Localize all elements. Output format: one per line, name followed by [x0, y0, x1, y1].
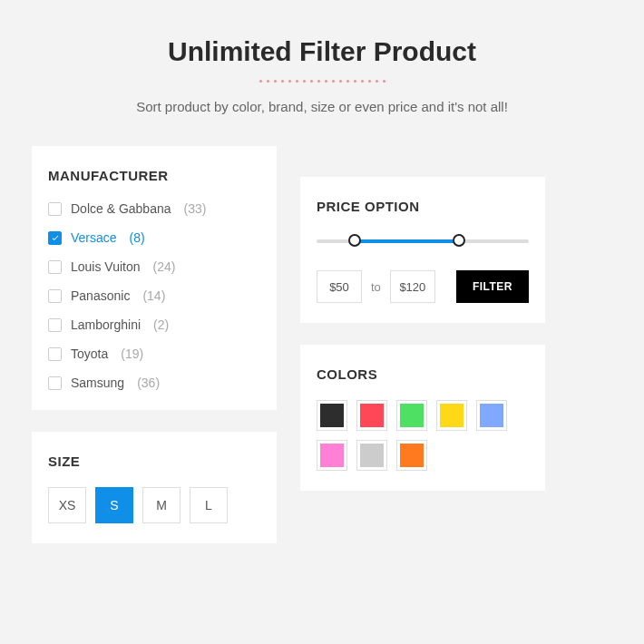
- page-subtitle: Sort product by color, brand, size or ev…: [32, 99, 612, 114]
- manufacturer-item[interactable]: Toyota(19): [48, 346, 260, 361]
- price-to-label: to: [371, 280, 381, 294]
- checkbox-icon: [48, 289, 62, 303]
- checkbox-icon: [48, 318, 62, 332]
- color-swatch-grey[interactable]: [356, 440, 387, 471]
- size-option[interactable]: XS: [48, 487, 86, 523]
- price-inputs-row: to FILTER: [317, 270, 529, 303]
- price-slider[interactable]: [317, 232, 529, 249]
- manufacturer-label: Versace: [71, 230, 117, 245]
- manufacturer-card: MANUFACTURER Dolce & Gabbana(33)Versace(…: [32, 146, 277, 410]
- color-swatch-black[interactable]: [317, 400, 347, 431]
- manufacturer-item[interactable]: Dolce & Gabbana(33): [48, 201, 260, 216]
- header: Unlimited Filter Product Sort product by…: [32, 36, 612, 114]
- price-title: PRICE OPTION: [317, 199, 529, 214]
- size-option[interactable]: S: [95, 487, 133, 523]
- color-swatch-red[interactable]: [356, 400, 387, 431]
- divider-dots: [32, 80, 612, 83]
- manufacturer-item[interactable]: Lamborghini(2): [48, 317, 260, 332]
- manufacturer-item[interactable]: Louis Vuiton(24): [48, 259, 260, 274]
- color-swatch-yellow[interactable]: [436, 400, 467, 431]
- checkbox-icon: [48, 260, 62, 274]
- size-options: XSSML: [48, 487, 260, 523]
- manufacturer-count: (2): [153, 317, 169, 332]
- swatch-fill: [320, 404, 344, 427]
- manufacturer-count: (14): [142, 288, 165, 303]
- swatch-fill: [320, 444, 344, 467]
- manufacturer-item[interactable]: Panasonic(14): [48, 288, 260, 303]
- manufacturer-title: MANUFACTURER: [48, 168, 260, 183]
- price-min-input[interactable]: [317, 270, 362, 303]
- page-title: Unlimited Filter Product: [32, 36, 612, 67]
- manufacturer-count: (24): [153, 259, 176, 274]
- swatch-fill: [480, 404, 503, 427]
- swatch-fill: [440, 404, 463, 427]
- manufacturer-label: Lamborghini: [71, 317, 141, 332]
- color-swatch-green[interactable]: [396, 400, 427, 431]
- swatch-fill: [360, 404, 384, 427]
- manufacturer-count: (8): [130, 230, 145, 245]
- size-title: SIZE: [48, 454, 260, 469]
- manufacturer-count: (36): [137, 376, 160, 390]
- color-swatch-orange[interactable]: [396, 440, 427, 471]
- checkbox-icon: [48, 347, 62, 361]
- colors-title: COLORS: [317, 366, 529, 382]
- size-option[interactable]: M: [142, 487, 181, 523]
- checkbox-icon: [48, 376, 62, 390]
- manufacturer-count: (19): [121, 346, 143, 361]
- manufacturer-item[interactable]: Versace(8): [48, 230, 260, 245]
- colors-card: COLORS: [300, 345, 545, 491]
- manufacturer-label: Louis Vuiton: [71, 259, 141, 274]
- slider-thumb-max[interactable]: [453, 234, 465, 247]
- swatch-fill: [400, 444, 424, 467]
- color-swatches: [317, 400, 507, 471]
- manufacturer-label: Samsung: [71, 376, 124, 390]
- manufacturer-count: (33): [184, 201, 207, 216]
- manufacturer-list: Dolce & Gabbana(33)Versace(8)Louis Vuito…: [48, 201, 260, 390]
- filter-button[interactable]: FILTER: [456, 270, 529, 303]
- slider-thumb-min[interactable]: [348, 234, 361, 247]
- price-card: PRICE OPTION to FILTER: [300, 177, 545, 323]
- color-swatch-pink[interactable]: [317, 440, 347, 471]
- size-option[interactable]: L: [190, 487, 228, 523]
- swatch-fill: [360, 444, 384, 467]
- size-card: SIZE XSSML: [32, 432, 277, 543]
- manufacturer-label: Dolce & Gabbana: [71, 201, 171, 216]
- slider-track: [355, 239, 459, 243]
- manufacturer-label: Toyota: [71, 346, 108, 361]
- filters-layout: MANUFACTURER Dolce & Gabbana(33)Versace(…: [32, 146, 612, 543]
- swatch-fill: [400, 404, 424, 427]
- price-max-input[interactable]: [390, 270, 435, 303]
- checkbox-icon: [48, 202, 62, 216]
- checkbox-checked-icon: [48, 231, 62, 245]
- manufacturer-item[interactable]: Samsung(36): [48, 376, 260, 390]
- color-swatch-blue[interactable]: [476, 400, 507, 431]
- manufacturer-label: Panasonic: [71, 288, 130, 303]
